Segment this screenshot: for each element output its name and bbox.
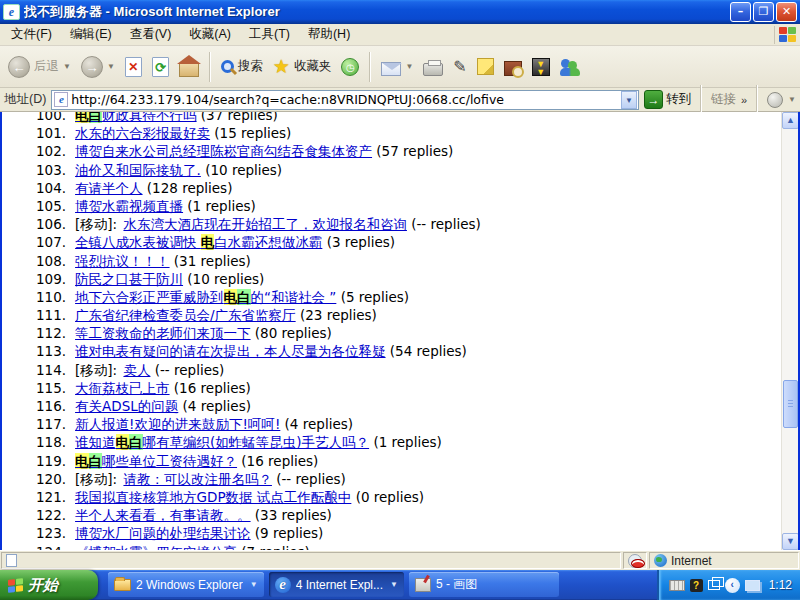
- thread-title-text[interactable]: 博贺水霸视频直播: [75, 198, 183, 214]
- search-term-highlight[interactable]: 电: [224, 289, 238, 305]
- restore-window-tray-icon[interactable]: [708, 580, 720, 590]
- history-button[interactable]: ◷: [337, 55, 363, 79]
- forward-dropdown-icon[interactable]: ▼: [107, 62, 115, 71]
- thread-link[interactable]: 大衙荔枝已上市: [75, 380, 170, 396]
- thread-link[interactable]: 等工资救命的老师们来顶一下: [75, 325, 251, 341]
- menu-edit[interactable]: 编辑(E): [61, 24, 121, 45]
- thread-link[interactable]: 新人报道!欢迎的进来鼓励下!呵呵!: [75, 416, 280, 432]
- thread-title-text[interactable]: 新人报道!欢迎的进来鼓励下!呵呵!: [75, 416, 280, 432]
- refresh-button[interactable]: ⟳: [148, 54, 173, 80]
- print-button[interactable]: [419, 55, 447, 79]
- thread-link[interactable]: 电白财政真待不行吗: [75, 112, 197, 123]
- research-button[interactable]: [500, 55, 526, 79]
- taskbar-button-internet-explorer[interactable]: e 4 Internet Expl... ▼: [269, 572, 404, 597]
- address-url-text[interactable]: http://64.233.179.104/search?q=cache:n8V…: [71, 92, 621, 107]
- thread-link[interactable]: 水东湾大酒店现在开始招工了，欢迎报名和咨询: [123, 216, 407, 232]
- popup-blocked-panel[interactable]: [623, 552, 647, 569]
- thread-link[interactable]: 有关ADSL的问题: [75, 398, 178, 414]
- thread-link[interactable]: 油价又和国际接轨了.: [75, 162, 201, 178]
- thread-title-text[interactable]: 白水霸还想做冰霸: [214, 234, 322, 250]
- thread-title-text[interactable]: 半个人来看看，有事请教。。: [75, 507, 251, 523]
- menu-view[interactable]: 查看(V): [121, 24, 181, 45]
- search-term-highlight[interactable]: 电: [201, 234, 215, 250]
- go-button[interactable]: → 转到: [644, 90, 691, 109]
- thread-title-text[interactable]: 的“和谐社会 ”: [251, 289, 337, 305]
- group-dropdown-icon[interactable]: ▼: [390, 580, 398, 589]
- links-chevron-icon[interactable]: »: [741, 94, 747, 106]
- scroll-down-arrow[interactable]: ▼: [782, 533, 799, 550]
- group-dropdown-icon[interactable]: ▼: [250, 580, 258, 589]
- thread-title-text[interactable]: 财政真待不行吗: [102, 112, 197, 123]
- menu-favorites[interactable]: 收藏(A): [180, 24, 240, 45]
- thread-title-text[interactable]: 博贺自来水公司总经理陈崧官商勾结吞食集体资产: [75, 143, 372, 159]
- thread-link[interactable]: 防民之口甚于防川: [75, 271, 183, 287]
- mail-dropdown-icon[interactable]: ▼: [405, 62, 413, 71]
- thread-title-text[interactable]: 谁对电表有疑问的请在次提出，本人尽量为各位释疑: [75, 343, 386, 359]
- thread-link[interactable]: 强烈抗议！！！: [75, 253, 170, 269]
- address-dropdown-icon[interactable]: ▼: [621, 91, 637, 109]
- hide-tray-icons-chevron[interactable]: ‹: [725, 578, 740, 593]
- help-tray-icon[interactable]: ?: [690, 579, 703, 592]
- thread-link[interactable]: 半个人来看看，有事请教。。: [75, 507, 251, 523]
- search-term-highlight[interactable]: 白: [89, 453, 103, 469]
- thread-title-text[interactable]: 防民之口甚于防川: [75, 271, 183, 287]
- thread-link[interactable]: 《博贺水霸》四年实境分享: [75, 544, 237, 551]
- stop-button[interactable]: ✕: [121, 54, 146, 80]
- back-button[interactable]: ← 后退 ▼: [4, 53, 75, 81]
- thread-link[interactable]: 博贺水厂问题的处理结果讨论: [75, 525, 251, 541]
- links-label[interactable]: 链接: [711, 91, 736, 108]
- addon-icon[interactable]: [767, 92, 783, 108]
- thread-link[interactable]: 我国拟直接核算地方GDP数据 试点工作酝酿中: [75, 489, 351, 505]
- menu-tools[interactable]: 工具(T): [240, 24, 299, 45]
- thread-title-text[interactable]: 《博贺水霸》四年实境分享: [75, 544, 237, 551]
- scrollbar-thumb[interactable]: [783, 380, 798, 428]
- thread-title-text[interactable]: 油价又和国际接轨了.: [75, 162, 201, 178]
- thread-title-text[interactable]: 水东的六合彩报最好卖: [75, 125, 210, 141]
- thread-link[interactable]: 地下六合彩正严重威胁到电白的“和谐社会 ”: [75, 289, 336, 305]
- thread-link[interactable]: 卖人: [123, 362, 150, 378]
- thread-title-text[interactable]: 哪有草编织(如蚱蜢等昆虫)手艺人吗？: [143, 434, 370, 450]
- taskbar-button-paint[interactable]: 5 - 画图: [409, 572, 559, 597]
- messenger-button[interactable]: [556, 55, 584, 79]
- thread-title-text[interactable]: 谁知道: [75, 434, 116, 450]
- thread-title-text[interactable]: 水东湾大酒店现在开始招工了，欢迎报名和咨询: [123, 216, 407, 232]
- notes-button[interactable]: [473, 55, 498, 78]
- thread-title-text[interactable]: 博贺水厂问题的处理结果讨论: [75, 525, 251, 541]
- thread-title-text[interactable]: 卖人: [123, 362, 150, 378]
- mail-button[interactable]: ▼: [377, 55, 417, 79]
- search-term-highlight[interactable]: 白: [129, 434, 143, 450]
- search-term-highlight[interactable]: 白: [237, 289, 251, 305]
- menu-help[interactable]: 帮助(H): [299, 24, 359, 45]
- search-term-highlight[interactable]: 电: [75, 453, 89, 469]
- thread-link[interactable]: 水东的六合彩报最好卖: [75, 125, 210, 141]
- scroll-up-arrow[interactable]: ▲: [782, 112, 799, 129]
- thread-link[interactable]: 博贺水霸视频直播: [75, 198, 183, 214]
- thread-title-text[interactable]: 有关ADSL的问题: [75, 398, 178, 414]
- thread-title-text[interactable]: 强烈抗议！！！: [75, 253, 170, 269]
- address-input[interactable]: e http://64.233.179.104/search?q=cache:n…: [51, 90, 639, 110]
- download-manager-button[interactable]: ▼▼: [528, 55, 554, 79]
- thread-title-text[interactable]: 请教：可以改注册名吗？: [123, 471, 272, 487]
- search-term-highlight[interactable]: 电: [116, 434, 130, 450]
- thread-title-text[interactable]: 地下六合彩正严重威胁到: [75, 289, 224, 305]
- vertical-scrollbar[interactable]: ▲ ▼: [781, 112, 798, 550]
- edit-button[interactable]: ✎: [449, 54, 470, 79]
- thread-title-text[interactable]: 哪些单位工资待遇好？: [102, 453, 237, 469]
- thread-title-text[interactable]: 我国拟直接核算地方GDP数据 试点工作酝酿中: [75, 489, 351, 505]
- keyboard-ime-icon[interactable]: [669, 580, 685, 591]
- search-term-highlight[interactable]: 电: [75, 112, 89, 123]
- back-dropdown-icon[interactable]: ▼: [63, 62, 71, 71]
- search-button[interactable]: 搜索: [217, 55, 267, 78]
- thread-title-text[interactable]: 有请半个人: [75, 180, 143, 196]
- thread-title-text[interactable]: 大衙荔枝已上市: [75, 380, 170, 396]
- close-button[interactable]: ✕: [776, 2, 797, 22]
- thread-title-text[interactable]: 等工资救命的老师们来顶一下: [75, 325, 251, 341]
- menu-file[interactable]: 文件(F): [2, 24, 61, 45]
- forward-button[interactable]: → ▼: [77, 53, 119, 81]
- taskbar-button-windows-explorer[interactable]: 2 Windows Explorer ▼: [108, 572, 264, 597]
- thread-link[interactable]: 请教：可以改注册名吗？: [123, 471, 272, 487]
- addon-dropdown-icon[interactable]: ▼: [788, 95, 796, 104]
- thread-link[interactable]: 电白哪些单位工资待遇好？: [75, 453, 237, 469]
- thread-link[interactable]: 有请半个人: [75, 180, 143, 196]
- thread-link[interactable]: 谁对电表有疑问的请在次提出，本人尽量为各位释疑: [75, 343, 386, 359]
